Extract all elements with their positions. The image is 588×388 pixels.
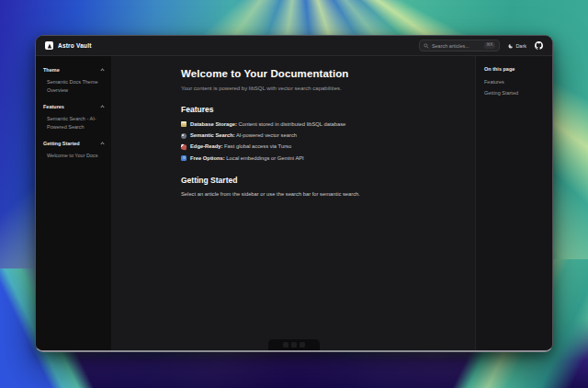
github-icon	[535, 41, 543, 50]
feature-label: Edge-Ready:	[190, 143, 222, 149]
search-shortcut-badge: ⌘K	[484, 42, 495, 49]
feature-item-database: Database Storage: Content stored in dist…	[181, 120, 453, 129]
on-this-page-panel: On this page Features Getting Started	[475, 56, 552, 350]
getting-started-text: Select an article from the sidebar or us…	[181, 191, 453, 197]
feature-item-free-options: Free Options: Local embeddings or Gemini…	[181, 154, 453, 163]
dock-item[interactable]	[283, 342, 288, 348]
feature-item-semantic-search: Semantic Search: AI-powered vector searc…	[181, 131, 453, 140]
rocket-icon	[181, 143, 187, 150]
chevron-up-icon	[100, 68, 104, 72]
sidebar-section-header-theme[interactable]: Theme	[43, 67, 104, 73]
astro-logo-icon	[45, 41, 53, 50]
desktop-wallpaper: Astro Vault Search articles... ⌘K Dark	[0, 0, 588, 388]
features-list: Database Storage: Content stored in dist…	[181, 120, 453, 162]
sidebar-item-semantic-search[interactable]: Semantic Search - AI-Powered Search	[43, 115, 104, 131]
theme-toggle-button[interactable]: Dark	[508, 43, 526, 49]
feature-label: Database Storage:	[190, 121, 237, 127]
features-heading: Features	[181, 105, 453, 114]
search-input[interactable]: Search articles... ⌘K	[419, 40, 500, 51]
section-label: Getting Started	[43, 141, 80, 146]
getting-started-heading: Getting Started	[181, 176, 453, 185]
feature-text: Local embeddings or Gemini API	[226, 155, 303, 161]
toc-heading: On this page	[484, 66, 544, 72]
section-label: Theme	[43, 67, 60, 73]
feature-label: Semantic Search:	[190, 132, 235, 138]
section-label: Features	[43, 104, 64, 109]
search-placeholder: Search articles...	[432, 43, 469, 49]
feature-text: Content stored in distributed libSQL dat…	[239, 121, 346, 127]
toc-link-features[interactable]: Features	[484, 79, 544, 85]
theme-toggle-label: Dark	[515, 43, 526, 49]
app-header: Astro Vault Search articles... ⌘K Dark	[36, 36, 552, 56]
free-badge-icon	[181, 155, 187, 161]
feature-text: Fast global access via Turso	[224, 143, 291, 149]
sidebar-section-header-features[interactable]: Features	[43, 104, 104, 109]
dock-item[interactable]	[300, 342, 305, 348]
sidebar: Theme Semantic Docs Theme Overview Featu…	[36, 56, 111, 350]
magnifier-icon	[424, 43, 429, 49]
getting-started-section: Getting Started Select an article from t…	[181, 176, 453, 197]
magnifier-icon	[181, 133, 187, 139]
sidebar-item-welcome-to-your-docs[interactable]: Welcome to Your Docs	[43, 152, 104, 160]
database-icon	[181, 121, 187, 127]
toc-link-getting-started[interactable]: Getting Started	[484, 90, 544, 96]
feature-label: Free Options:	[190, 155, 225, 161]
app-title: Astro Vault	[58, 42, 92, 49]
sidebar-section-theme: Theme Semantic Docs Theme Overview	[43, 67, 104, 94]
sidebar-item-semantic-docs-theme-overview[interactable]: Semantic Docs Theme Overview	[43, 78, 104, 94]
page-title: Welcome to Your Documentation	[181, 68, 453, 79]
sidebar-section-header-getting-started[interactable]: Getting Started	[43, 141, 104, 146]
moon-icon	[508, 43, 514, 49]
chevron-up-icon	[100, 142, 104, 145]
sidebar-section-getting-started: Getting Started Welcome to Your Docs	[43, 141, 104, 160]
dock-item[interactable]	[291, 342, 297, 348]
window-body: Theme Semantic Docs Theme Overview Featu…	[36, 56, 552, 350]
github-link[interactable]	[535, 41, 543, 50]
page-intro: Your content is powered by libSQL with v…	[181, 86, 453, 91]
bottom-dock-bar[interactable]	[268, 339, 320, 350]
sidebar-section-features: Features Semantic Search - AI-Powered Se…	[43, 104, 104, 131]
feature-text: AI-powered vector search	[236, 132, 297, 138]
chevron-up-icon	[100, 105, 104, 108]
feature-item-edge-ready: Edge-Ready: Fast global access via Turso	[181, 143, 453, 151]
main-content: Welcome to Your Documentation Your conte…	[111, 56, 475, 350]
app-window: Astro Vault Search articles... ⌘K Dark	[35, 35, 553, 352]
